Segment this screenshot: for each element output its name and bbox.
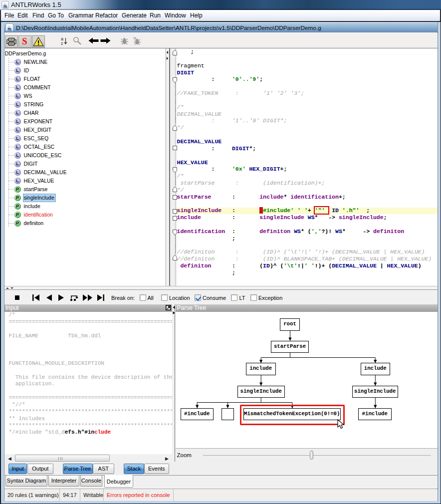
svg-text:z: z bbox=[61, 41, 63, 45]
